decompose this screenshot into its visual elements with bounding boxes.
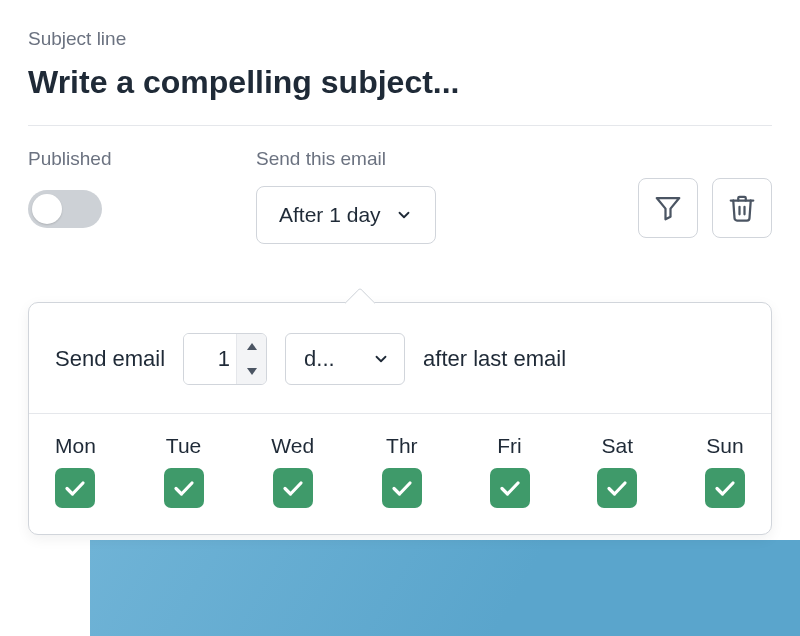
day-label: Mon (55, 434, 96, 458)
trash-icon (727, 193, 757, 223)
toggle-knob (32, 194, 62, 224)
day-checkbox[interactable] (164, 468, 204, 508)
delay-count-stepper[interactable] (183, 333, 267, 385)
svg-marker-2 (247, 368, 257, 375)
day-item: Wed (271, 434, 314, 508)
day-item: Mon (55, 434, 96, 508)
stepper-down-button[interactable] (237, 359, 266, 384)
day-item: Sun (705, 434, 745, 508)
delay-unit-select[interactable]: d... (285, 333, 405, 385)
day-checkbox[interactable] (490, 468, 530, 508)
send-label: Send this email (256, 148, 436, 170)
divider (28, 125, 772, 126)
day-label: Thr (386, 434, 418, 458)
send-email-prefix: Send email (55, 346, 165, 372)
send-delay-text: After 1 day (279, 203, 381, 227)
day-label: Fri (497, 434, 522, 458)
svg-marker-0 (657, 198, 680, 219)
day-checkbox[interactable] (382, 468, 422, 508)
day-label: Tue (166, 434, 201, 458)
send-delay-dropdown[interactable]: After 1 day (256, 186, 436, 244)
day-item: Thr (382, 434, 422, 508)
day-checkbox[interactable] (273, 468, 313, 508)
send-delay-popover: Send email d... after last em (28, 302, 772, 535)
day-label: Wed (271, 434, 314, 458)
day-label: Sat (602, 434, 634, 458)
delay-count-input[interactable] (184, 334, 236, 384)
filter-icon (653, 193, 683, 223)
day-item: Sat (597, 434, 637, 508)
send-email-suffix: after last email (423, 346, 566, 372)
day-checkbox[interactable] (597, 468, 637, 508)
chevron-down-icon (395, 206, 413, 224)
delete-button[interactable] (712, 178, 772, 238)
published-label: Published (28, 148, 228, 170)
chevron-down-icon (372, 350, 390, 368)
background-image (90, 540, 800, 636)
day-item: Fri (490, 434, 530, 508)
day-label: Sun (706, 434, 743, 458)
stepper-up-button[interactable] (237, 334, 266, 359)
delay-unit-text: d... (304, 346, 335, 372)
published-toggle[interactable] (28, 190, 102, 228)
subject-label: Subject line (28, 28, 772, 50)
svg-marker-1 (247, 343, 257, 350)
day-item: Tue (164, 434, 204, 508)
subject-input[interactable] (28, 64, 772, 125)
days-row: MonTueWedThrFriSatSun (29, 414, 771, 534)
filter-button[interactable] (638, 178, 698, 238)
day-checkbox[interactable] (705, 468, 745, 508)
day-checkbox[interactable] (55, 468, 95, 508)
